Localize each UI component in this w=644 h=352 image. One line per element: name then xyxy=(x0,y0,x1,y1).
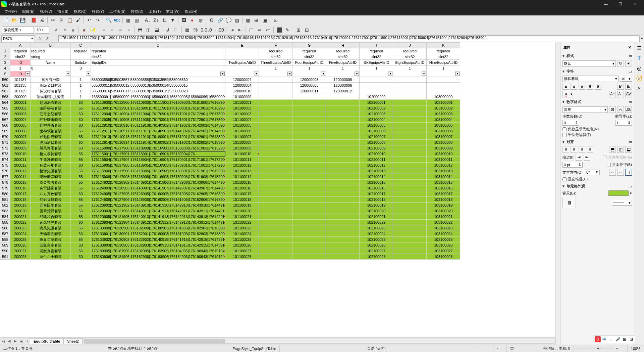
border-line-combo[interactable]: ────▾ xyxy=(612,200,632,206)
autofilter-icon[interactable]: ▼ xyxy=(169,16,176,24)
row-header[interactable]: 569 xyxy=(0,128,10,134)
cell[interactable]: sint32 xyxy=(393,54,427,60)
menu-file[interactable]: 文件(F) xyxy=(2,8,19,15)
section-menu-icon[interactable]: ▭ xyxy=(629,54,632,58)
print-icon[interactable]: 🖨 xyxy=(38,16,46,24)
vert-stack-checkbox[interactable]: 垂直堆叠(C) xyxy=(562,177,632,182)
tab-last-icon[interactable]: ⏭ xyxy=(18,339,24,343)
underline-icon[interactable]: a xyxy=(69,26,77,34)
cell[interactable]: ▾ xyxy=(31,71,71,77)
textdir-rtl-icon[interactable]: ▱ xyxy=(617,169,624,176)
row-header[interactable]: 584 xyxy=(0,214,10,220)
char-spacing-icon[interactable]: AV xyxy=(625,91,632,97)
filter-icon[interactable]: ▾ xyxy=(388,72,392,76)
italic-icon[interactable]: a xyxy=(571,83,577,90)
align-justify-icon[interactable]: ≡ xyxy=(587,146,593,153)
column-icon[interactable]: ▥ xyxy=(133,16,140,24)
minimize-button[interactable]: — xyxy=(598,0,613,8)
col-header-A[interactable]: A xyxy=(10,43,31,48)
undo-icon[interactable]: ↶ xyxy=(86,16,93,24)
menu-data[interactable]: 数据(D) xyxy=(128,8,146,15)
cell[interactable]: 176115905|176117905|176118905|176116905|… xyxy=(91,163,225,168)
redo-icon[interactable]: ↷ xyxy=(94,16,101,24)
cell[interactable]: sint32 xyxy=(259,54,292,60)
row-header[interactable]: 573 xyxy=(0,151,10,157)
cell[interactable]: 1 xyxy=(259,65,292,71)
filter-icon[interactable]: ▾ xyxy=(422,72,426,76)
align-right-icon[interactable]: ≡ xyxy=(579,146,585,153)
formula-expand-icon[interactable]: ▾ xyxy=(639,36,644,42)
row-header[interactable]: 572 xyxy=(0,145,10,151)
numfmt-combo[interactable]: 常规▾ xyxy=(562,106,608,113)
cell[interactable]: ▾ xyxy=(259,71,292,77)
functions-tab-icon[interactable]: fx xyxy=(636,85,643,92)
cell[interactable]: 176113901|176112901|176110901|176111901|… xyxy=(91,105,225,111)
grow-font-icon[interactable]: A↑ xyxy=(609,91,616,97)
align-left-icon[interactable]: ≡ xyxy=(100,26,107,34)
update-style-icon[interactable]: ↻ xyxy=(617,60,624,67)
negative-red-checkbox[interactable]: 负数显示为红色(N) xyxy=(562,127,632,132)
cell[interactable]: 165890091|165890099|165890093|165890094|… xyxy=(91,94,225,100)
filter-icon[interactable]: ▾ xyxy=(287,72,292,76)
cell[interactable]: ▾ xyxy=(71,71,91,77)
equals-icon[interactable]: = xyxy=(51,35,58,42)
decimal-dec-icon[interactable]: .00 xyxy=(217,26,224,34)
border-preset-icon[interactable]: ▦ xyxy=(562,197,576,208)
menu-styles[interactable]: 样式(Y) xyxy=(89,8,107,15)
cell[interactable]: 1 xyxy=(393,65,427,71)
col-header-E[interactable]: E xyxy=(225,43,259,48)
cell[interactable] xyxy=(225,48,259,54)
row-header[interactable]: 577 xyxy=(0,174,10,180)
menu-window[interactable]: 窗口(W) xyxy=(163,8,182,15)
filter-icon[interactable]: ▾ xyxy=(220,72,225,76)
font-size-combo[interactable]: 10▾ xyxy=(35,26,49,34)
delete-rows-icon[interactable]: ⊟ xyxy=(303,26,311,34)
thousands-sep-checkbox[interactable]: 千位分隔符(T) xyxy=(562,132,632,137)
bg-color-swatch[interactable] xyxy=(608,190,629,196)
cell[interactable]: ▾ xyxy=(393,71,427,77)
function-wizard-icon[interactable]: fx xyxy=(36,35,44,42)
italic-icon[interactable]: a xyxy=(61,26,68,34)
number-icon[interactable]: 0.0 xyxy=(200,26,208,34)
cell[interactable]: 535003556|535003557|535003558|535003559|… xyxy=(91,77,225,83)
merge-cells-icon[interactable]: ⬚ xyxy=(172,26,180,34)
row-icon[interactable]: ▦ xyxy=(124,16,132,24)
row-header[interactable]: 591 xyxy=(0,254,10,260)
align-justify-icon[interactable]: ≡ xyxy=(125,26,132,34)
cell[interactable]: sint32 xyxy=(326,54,360,60)
valign-middle-icon[interactable]: ◫ xyxy=(145,26,152,34)
percent-icon[interactable]: % xyxy=(192,26,199,34)
cell[interactable]: 1 xyxy=(427,65,460,71)
valign-mid-icon[interactable]: ◫ xyxy=(617,146,624,153)
decimal-inc-icon[interactable]: .0→ xyxy=(209,26,216,34)
name-box[interactable]: D573▾ xyxy=(1,35,35,42)
row-header[interactable]: 560 xyxy=(0,77,10,83)
properties-tab-icon[interactable]: ☰ xyxy=(636,44,643,52)
leading-spinner[interactable]: 1⇕ xyxy=(615,120,632,126)
image-icon[interactable]: 🖼 xyxy=(180,16,187,24)
menu-format[interactable]: 格式(O) xyxy=(71,8,89,15)
copy-icon[interactable]: ⎘ xyxy=(58,16,65,24)
numfmt-icon[interactable]: ⊡ xyxy=(609,106,616,113)
cell[interactable]: sint32 xyxy=(91,54,225,60)
row-header[interactable]: 587 xyxy=(0,231,10,237)
cell[interactable]: ▾ xyxy=(225,71,259,77)
valign-top-icon[interactable]: ⬒ xyxy=(609,146,616,153)
cell[interactable]: 176120904|176121904|176140912|176141912|… xyxy=(91,220,225,225)
section-menu-icon[interactable]: ▭ xyxy=(629,69,632,74)
indent-inc-icon[interactable]: ⇥ xyxy=(576,154,582,161)
row-header[interactable]: 580 xyxy=(0,191,10,197)
char-size-combo[interactable]: 10▾ xyxy=(620,76,632,82)
currency-icon[interactable]: ▦ xyxy=(183,26,191,34)
cell[interactable]: ▾ xyxy=(427,71,460,77)
find-icon[interactable]: 🔍 xyxy=(105,16,112,24)
styles-icon[interactable]: ✎ xyxy=(284,26,291,34)
zoom-value[interactable]: 100% xyxy=(628,345,644,352)
cell[interactable]: required xyxy=(292,48,326,54)
cell[interactable]: required xyxy=(31,48,71,54)
tab-first-icon[interactable]: ⏮ xyxy=(0,339,6,343)
valign-bottom-icon[interactable]: ⬓ xyxy=(153,26,160,34)
align-center-icon[interactable]: ≡ xyxy=(108,26,116,34)
cell[interactable]: 0 xyxy=(31,65,71,71)
cell[interactable]: required xyxy=(360,48,393,54)
